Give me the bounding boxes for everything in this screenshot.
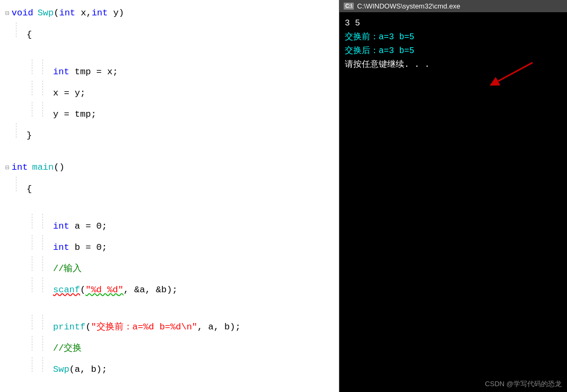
code-line-assign-x: x = y; <box>0 80 339 101</box>
fn-scanf: scanf <box>53 283 80 298</box>
terminal-title: C:\WINDOWS\system32\cmd.exe <box>357 2 460 10</box>
code-line-assign-y: y = tmp; <box>0 101 339 123</box>
terminal-watermark: CSDN @学写代码的恐龙 <box>339 376 567 392</box>
fn-printf-before: printf <box>53 320 85 335</box>
code-line-scanf: scanf ( " %d %d " , &a, &b); <box>0 277 339 298</box>
term-line-1: 3 5 <box>345 16 562 30</box>
terminal-body: 3 5 交换前：a=3 b=5 交换后：a=3 b=5 请按任意键继续. . . <box>339 12 567 376</box>
code-line-brace-open-2: { <box>0 176 339 197</box>
code-line-func-header: ⊟ void Swp ( int x, int y) <box>0 5 339 22</box>
code-line-comment-swap: //交换 <box>0 335 339 356</box>
blank-5 <box>0 378 339 392</box>
red-arrow <box>487 57 535 94</box>
blank-1 <box>0 43 339 59</box>
code-line-comment-input: //输入 <box>0 256 339 277</box>
code-editor: ⊟ void Swp ( int x, int y) { int tmp = x… <box>0 0 339 392</box>
terminal-panel: C:\ C:\WINDOWS\system32\cmd.exe 3 5 交换前：… <box>339 0 567 392</box>
term-line-3: 交换后：a=3 b=5 <box>345 44 562 58</box>
terminal-titlebar: C:\ C:\WINDOWS\system32\cmd.exe <box>339 0 567 12</box>
blank-4 <box>0 298 339 314</box>
code-line-tmp-decl: int tmp = x; <box>0 59 339 80</box>
fn-main: main <box>32 160 54 175</box>
fn-swp-call: Swp <box>53 362 69 377</box>
code-line-brace-open-1: { <box>0 22 339 43</box>
kw-int-main: int <box>12 160 28 175</box>
blank-2 <box>0 144 339 160</box>
code-line-main-header: ⊟ int main () <box>0 160 339 176</box>
code-line-printf-before: printf ( "交换前：a=%d b=%d\n" , a, b); <box>0 314 339 335</box>
term-line-2: 交换前：a=3 b=5 <box>345 30 562 44</box>
collapse-icon-swp[interactable]: ⊟ <box>5 6 10 21</box>
svg-line-1 <box>498 63 533 81</box>
code-line-decl-a: int a = 0; <box>0 213 339 234</box>
blank-3 <box>0 197 339 213</box>
fn-swp: Swp <box>38 6 54 21</box>
code-line-swp-call: Swp (a, b); <box>0 356 339 378</box>
code-line-decl-b: int b = 0; <box>0 234 339 256</box>
code-line-brace-close-1: } <box>0 123 339 144</box>
kw-void: void <box>12 6 33 21</box>
terminal-icon: C:\ <box>344 3 354 10</box>
collapse-icon-main[interactable]: ⊟ <box>5 161 10 176</box>
